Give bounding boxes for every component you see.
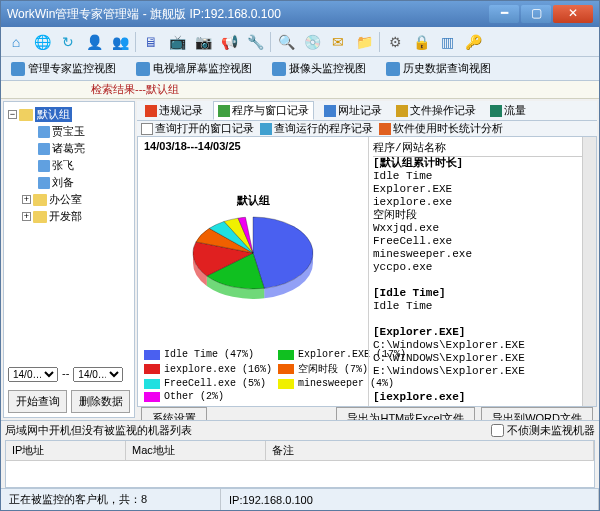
tab-history[interactable]: 历史数据查询视图 xyxy=(380,59,497,78)
list-item[interactable]: 空闲时段 xyxy=(373,209,592,222)
detail-group-title: [iexplore.exe] xyxy=(373,391,592,404)
maximize-button[interactable]: ▢ xyxy=(521,5,551,23)
filter-icon[interactable]: ▥ xyxy=(436,31,458,53)
tab-program[interactable]: 程序与窗口记录 xyxy=(213,101,314,120)
minimize-button[interactable]: ━ xyxy=(489,5,519,23)
status-bar: 正在被监控的客户机，共：8 IP:192.168.0.100 xyxy=(1,488,599,510)
collapse-icon[interactable]: − xyxy=(8,110,17,119)
unmonitored-grid[interactable]: IP地址 Mac地址 备注 xyxy=(5,440,595,488)
tvwall-tab-icon xyxy=(136,62,150,76)
doc-icon xyxy=(141,123,153,135)
list-item[interactable]: Wxxjqd.exe xyxy=(373,222,592,235)
legend-swatch xyxy=(144,379,160,389)
col-ip[interactable]: IP地址 xyxy=(6,441,126,460)
legend-label: 空闲时段 (7%) xyxy=(298,362,368,376)
tree-leaf[interactable]: 贾宝玉 xyxy=(8,123,130,140)
legend-swatch xyxy=(278,379,294,389)
tab-violation[interactable]: 违规记录 xyxy=(141,102,207,119)
expand-icon[interactable]: + xyxy=(22,195,31,204)
detail-line[interactable]: C:\WINDOWS\Explorer.EXE xyxy=(373,352,592,365)
list-item[interactable]: minesweeper.exe xyxy=(373,248,592,261)
detail-line[interactable]: Idle Time xyxy=(373,300,592,313)
export-bar: 系统设置 导出为HTM或Excel文件 导出到WORD文件 xyxy=(137,407,597,420)
list-item[interactable]: iexplore.exe xyxy=(373,196,592,209)
monitor-icon[interactable]: 🖥 xyxy=(140,31,162,53)
tab-monitor[interactable]: 管理专家监控视图 xyxy=(5,59,122,78)
gear-icon[interactable]: ⚙ xyxy=(384,31,406,53)
bottom-panel: 局域网中开机但没有被监视的机器列表 不侦测未监视机器 IP地址 Mac地址 备注 xyxy=(1,420,599,488)
client-tree[interactable]: −默认组 贾宝玉 诸葛亮 张飞 刘备 +办公室 +开发部 xyxy=(4,102,134,363)
date-to-select[interactable]: 14/0… xyxy=(73,367,123,382)
main-toolbar: ⌂ 🌐 ↻ 👤 👥 🖥 📺 📷 📢 🔧 🔍 💿 ✉ 📁 ⚙ 🔒 ▥ 🔑 xyxy=(1,27,599,57)
history-tab-icon xyxy=(386,62,400,76)
tab-file[interactable]: 文件操作记录 xyxy=(392,102,480,119)
tab-url[interactable]: 网址记录 xyxy=(320,102,386,119)
opt-open-window[interactable]: 查询打开的窗口记录 xyxy=(141,121,254,136)
legend-item: FreeCell.exe (5%) xyxy=(144,378,272,389)
expand-icon[interactable]: + xyxy=(22,212,31,221)
col-remark[interactable]: 备注 xyxy=(266,441,594,460)
opt-usage-stats[interactable]: 软件使用时长统计分析 xyxy=(379,121,503,136)
date-from-select[interactable]: 14/0… xyxy=(8,367,58,382)
folder-icon[interactable]: 📁 xyxy=(353,31,375,53)
camera-icon[interactable]: 📷 xyxy=(192,31,214,53)
tab-traffic[interactable]: 流量 xyxy=(486,102,530,119)
client-icon xyxy=(38,160,50,172)
export-html-button[interactable]: 导出为HTM或Excel文件 xyxy=(336,407,475,420)
users-icon[interactable]: 👥 xyxy=(109,31,131,53)
tab-camera[interactable]: 摄像头监控视图 xyxy=(266,59,372,78)
list-item[interactable]: Explorer.EXE xyxy=(373,183,592,196)
legend-swatch xyxy=(144,350,160,360)
no-detect-input[interactable] xyxy=(491,424,504,437)
mail-icon[interactable]: ✉ xyxy=(327,31,349,53)
chart-area: 14/03/18---14/03/25 默认组 Idle Time (47%)E… xyxy=(137,136,597,407)
app-window: WorkWin管理专家管理端 - 旗舰版 IP:192.168.0.100 ━ … xyxy=(0,0,600,511)
scrollbar[interactable] xyxy=(582,137,596,406)
tree-leaf[interactable]: 诸葛亮 xyxy=(8,140,130,157)
tab-tvwall[interactable]: 电视墙屏幕监控视图 xyxy=(130,59,258,78)
center-panel: 违规记录 程序与窗口记录 网址记录 文件操作记录 流量 查询打开的窗口记录 查询… xyxy=(137,101,597,418)
start-query-button[interactable]: 开始查询 xyxy=(8,390,67,413)
grid-body xyxy=(6,461,594,487)
tree-group[interactable]: +开发部 xyxy=(8,208,130,225)
delete-data-button[interactable]: 删除数据 xyxy=(71,390,130,413)
list-item[interactable]: yccpo.exe xyxy=(373,261,592,274)
megaphone-icon[interactable]: 📢 xyxy=(218,31,240,53)
opt-running-prog[interactable]: 查询运行的程序记录 xyxy=(260,121,373,136)
folder-icon xyxy=(19,109,33,121)
tree-leaf[interactable]: 张飞 xyxy=(8,157,130,174)
detail-line[interactable]: E:\Windows\Explorer.EXE xyxy=(373,365,592,378)
close-button[interactable]: ✕ xyxy=(553,5,593,23)
tool-icon[interactable]: 🔧 xyxy=(244,31,266,53)
window-title: WorkWin管理专家管理端 - 旗舰版 IP:192.168.0.100 xyxy=(7,6,487,23)
disc-icon[interactable]: 💿 xyxy=(301,31,323,53)
col-mac[interactable]: Mac地址 xyxy=(126,441,266,460)
export-word-button[interactable]: 导出到WORD文件 xyxy=(481,407,593,420)
list-group-title: [默认组累计时长] xyxy=(373,157,592,170)
query-button-row: 开始查询 删除数据 xyxy=(4,386,134,417)
settings-button[interactable]: 系统设置 xyxy=(141,407,207,420)
lock-icon[interactable]: 🔒 xyxy=(410,31,432,53)
tree-root[interactable]: −默认组 xyxy=(8,106,130,123)
list-item[interactable]: Idle Time xyxy=(373,170,592,183)
pie-title: 默认组 xyxy=(237,193,270,208)
globe-icon[interactable]: 🌐 xyxy=(31,31,53,53)
program-list: 程序/网站名称 [默认组累计时长] Idle TimeExplorer.EXEi… xyxy=(368,137,596,406)
user-icon[interactable]: 👤 xyxy=(83,31,105,53)
toolbar-separator xyxy=(379,32,380,52)
detail-line[interactable]: C:\Windows\Explorer.EXE xyxy=(373,339,592,352)
monitor-tab-icon xyxy=(11,62,25,76)
search-icon[interactable]: 🔍 xyxy=(275,31,297,53)
chart-icon xyxy=(490,105,502,117)
tree-group[interactable]: +办公室 xyxy=(8,191,130,208)
screens-icon[interactable]: 📺 xyxy=(166,31,188,53)
tree-leaf[interactable]: 刘备 xyxy=(8,174,130,191)
list-item[interactable]: FreeCell.exe xyxy=(373,235,592,248)
search-result-row: 检索结果---默认组 xyxy=(1,81,599,99)
no-detect-checkbox[interactable]: 不侦测未监视机器 xyxy=(491,423,595,438)
key-icon[interactable]: 🔑 xyxy=(462,31,484,53)
detail-group-title: [Idle Time] xyxy=(373,287,592,300)
refresh-icon[interactable]: ↻ xyxy=(57,31,79,53)
pie-panel: 14/03/18---14/03/25 默认组 Idle Time (47%)E… xyxy=(138,137,368,406)
home-icon[interactable]: ⌂ xyxy=(5,31,27,53)
